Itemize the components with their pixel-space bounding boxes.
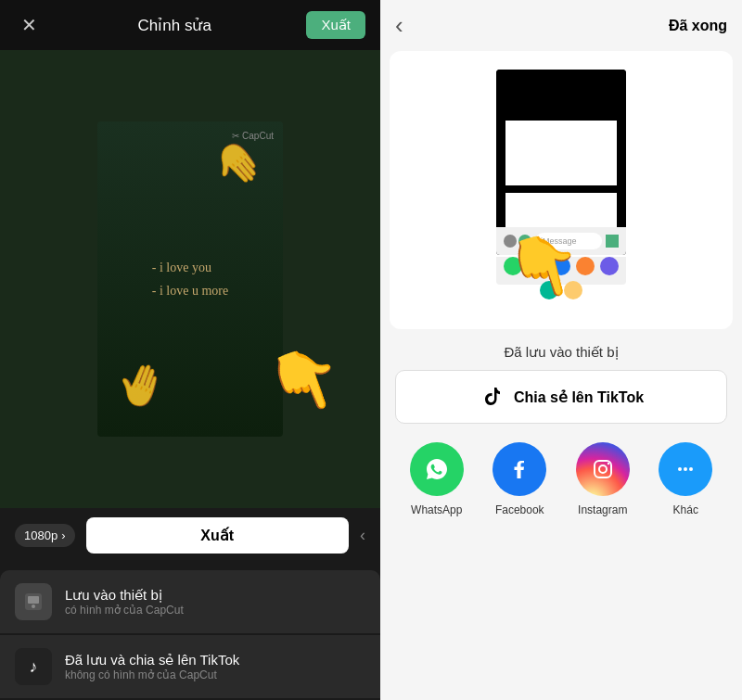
- back-button[interactable]: ‹: [395, 11, 403, 40]
- video-preview-area: ✂ CapCut 🤚 - i love you - i love u more …: [0, 50, 380, 508]
- more-item[interactable]: Khác: [659, 442, 712, 516]
- right-panel: ‹ Đã xong iMessage: [380, 0, 742, 700]
- left-header: ✕ Chỉnh sửa Xuất: [0, 0, 380, 50]
- svg-rect-1: [28, 596, 39, 604]
- tiktok-share-item[interactable]: ♪ Đã lưu và chia sẻ lên TikTok không có …: [0, 635, 380, 698]
- instagram-label: Instagram: [578, 503, 627, 516]
- preview-white-block: [505, 121, 617, 185]
- bottom-export-button[interactable]: Xuất: [86, 517, 350, 554]
- svg-point-6: [678, 467, 682, 471]
- facebook-label: Facebook: [495, 503, 544, 516]
- tiktok-share-label: Chia sẻ lên TikTok: [514, 388, 644, 406]
- svg-point-5: [608, 463, 609, 465]
- tiktok-share-button[interactable]: Chia sẻ lên TikTok: [395, 370, 727, 424]
- save-to-device-item[interactable]: Lưu vào thiết bị có hình mở của CapCut: [0, 570, 380, 633]
- quality-button[interactable]: 1080p ›: [15, 524, 75, 547]
- more-label: Khác: [673, 503, 698, 516]
- save-icon: [15, 583, 52, 620]
- action-list: Lưu vào thiết bị có hình mở của CapCut ♪…: [0, 563, 380, 700]
- instagram-icon: [576, 442, 630, 496]
- export-button[interactable]: Xuất: [306, 11, 365, 39]
- whatsapp-icon: [410, 442, 464, 496]
- social-icons-row: WhatsApp Facebook Instagram: [380, 424, 742, 516]
- whatsapp-label: WhatsApp: [411, 503, 462, 516]
- lyrics-text: - i love you - i love u more: [143, 247, 237, 312]
- facebook-icon: [493, 442, 546, 496]
- svg-point-7: [684, 467, 687, 471]
- tiktok-icon: ♪: [15, 648, 52, 685]
- facebook-item[interactable]: Facebook: [493, 442, 546, 516]
- page-title: Chỉnh sửa: [138, 16, 211, 35]
- video-preview: ✂ CapCut 🤚 - i love you - i love u more …: [97, 121, 283, 437]
- send-icon: [606, 235, 619, 248]
- tiktok-icon-large: [479, 384, 505, 410]
- right-header: ‹ Đã xong: [380, 0, 742, 51]
- share-preview: iMessage 👇: [390, 51, 733, 329]
- preview-top-black: [496, 70, 626, 121]
- hand-bottom-icon: 🤚: [109, 353, 173, 416]
- save-to-device-text: Lưu vào thiết bị có hình mở của CapCut: [65, 587, 184, 617]
- svg-point-4: [599, 465, 607, 473]
- tiktok-share-text: Đã lưu và chia sẻ lên TikTok không có hì…: [65, 652, 239, 681]
- close-button[interactable]: ✕: [15, 11, 43, 39]
- done-button[interactable]: Đã xong: [669, 18, 727, 34]
- chevron-right-icon: ‹: [360, 526, 365, 545]
- svg-point-2: [32, 605, 35, 608]
- svg-point-8: [689, 467, 693, 471]
- left-panel: ✕ Chỉnh sửa Xuất ✂ CapCut 🤚 - i love you…: [0, 0, 380, 700]
- bottom-bar: 1080p › Xuất ‹: [0, 508, 380, 563]
- whatsapp-item[interactable]: WhatsApp: [410, 442, 464, 516]
- share-other-small-2: [600, 257, 619, 275]
- more-icon: [659, 442, 712, 496]
- instagram-item[interactable]: Instagram: [576, 442, 630, 516]
- saved-text: Đã lưu vào thiết bị: [380, 344, 742, 361]
